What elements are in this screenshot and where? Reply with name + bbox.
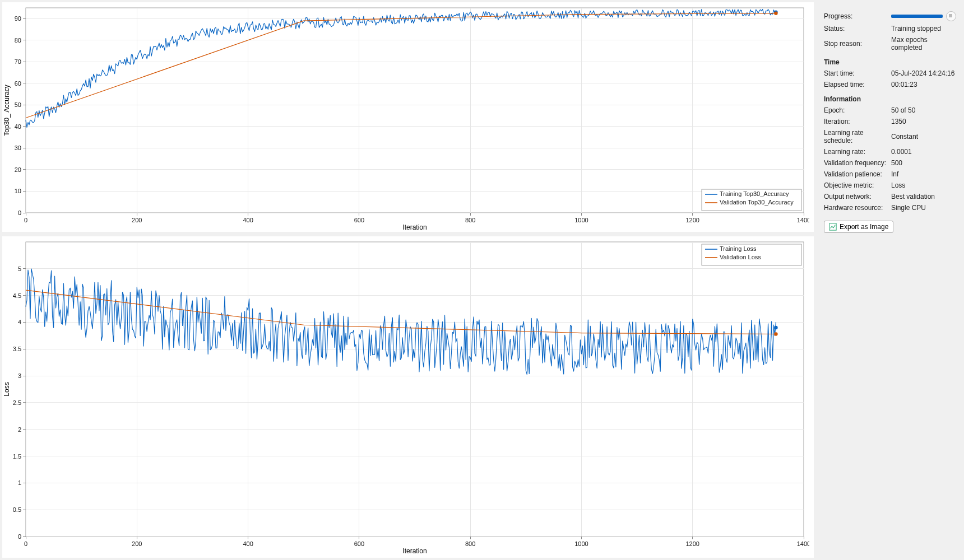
obj-metric-label: Objective metric: [824,181,891,189]
svg-text:40: 40 [15,123,21,130]
lr-row: Learning rate: 0.0001 [824,148,956,156]
stop-icon[interactable] [946,11,956,21]
svg-text:1200: 1200 [685,217,699,223]
stop-reason-value: Max epochs completed [891,36,956,52]
export-button[interactable]: Export as Image [824,221,893,233]
val-patience-value: Inf [891,170,956,178]
lr-schedule-row: Learning rate schedule: Constant [824,129,956,144]
plot-column: 0102030405060708090020040060080010001200… [0,0,818,560]
svg-point-125 [774,332,777,335]
epoch-row: Epoch: 50 of 50 [824,106,956,114]
accuracy-chart: 0102030405060708090020040060080010001200… [2,2,809,232]
iteration-row: Iteration: 1350 [824,118,956,125]
stop-reason-label: Stop reason: [824,40,891,48]
out-net-value: Best validation [891,193,956,200]
start-time-value: 05-Jul-2024 14:24:16 [891,69,956,77]
hw-row: Hardware resource: Single CPU [824,204,956,212]
svg-text:30: 30 [15,144,21,151]
svg-text:600: 600 [354,217,364,223]
progress-label: Progress: [824,12,891,20]
svg-text:Training Top30_Accuracy: Training Top30_Accuracy [720,190,789,197]
svg-text:1400: 1400 [797,540,809,547]
val-patience-label: Validation patience: [824,170,891,178]
svg-text:Iteration: Iteration [402,223,427,231]
svg-text:80: 80 [15,37,21,44]
lr-label: Learning rate: [824,148,891,156]
svg-point-58 [774,11,777,15]
epoch-value: 50 of 50 [891,106,956,114]
svg-text:1: 1 [18,479,21,486]
svg-text:1200: 1200 [685,540,699,547]
svg-text:Loss: Loss [3,382,11,396]
svg-text:0: 0 [24,540,27,547]
svg-text:20: 20 [15,166,21,173]
hw-value: Single CPU [891,204,956,212]
lr-schedule-label: Learning rate schedule: [824,129,891,144]
hw-label: Hardware resource: [824,204,891,212]
svg-point-124 [774,326,777,329]
svg-text:1000: 1000 [574,540,588,547]
svg-text:Training Loss: Training Loss [720,245,757,252]
svg-rect-131 [829,223,836,230]
svg-text:200: 200 [132,217,142,223]
obj-metric-row: Objective metric: Loss [824,181,956,189]
svg-text:600: 600 [354,540,364,547]
export-label: Export as Image [840,223,888,231]
svg-text:60: 60 [15,80,21,87]
svg-text:0: 0 [24,217,27,223]
val-patience-row: Validation patience: Inf [824,170,956,178]
svg-text:70: 70 [15,58,21,65]
svg-text:4: 4 [18,319,21,325]
start-time-label: Start time: [824,69,891,77]
svg-text:Top30_ Accuracy: Top30_ Accuracy [3,85,11,136]
epoch-label: Epoch: [824,106,891,114]
lr-schedule-value: Constant [891,133,956,141]
start-time-row: Start time: 05-Jul-2024 14:24:16 [824,69,956,77]
svg-text:4.5: 4.5 [13,292,21,299]
loss-chart: 00.511.522.533.544.550200400600800100012… [2,236,809,556]
svg-text:2: 2 [18,426,21,433]
svg-text:200: 200 [132,540,142,547]
val-freq-label: Validation frequency: [824,159,891,167]
val-freq-row: Validation frequency: 500 [824,159,956,167]
svg-text:800: 800 [465,217,475,223]
svg-text:Iteration: Iteration [402,547,427,555]
svg-text:1000: 1000 [574,217,588,223]
elapsed-row: Elapsed time: 00:01:23 [824,81,956,88]
iteration-label: Iteration: [824,118,891,125]
svg-text:5: 5 [18,265,21,272]
val-freq-value: 500 [891,159,956,167]
elapsed-value: 00:01:23 [891,81,956,88]
svg-text:0: 0 [18,533,21,540]
accuracy-panel: 0102030405060708090020040060080010001200… [2,2,814,232]
app-root: 0102030405060708090020040060080010001200… [0,0,964,560]
out-net-row: Output network: Best validation [824,193,956,200]
svg-text:400: 400 [243,217,253,223]
time-header: Time [824,58,956,66]
out-net-label: Output network: [824,193,891,200]
svg-text:3: 3 [18,372,21,379]
svg-text:0.5: 0.5 [13,506,21,513]
status-value: Training stopped [891,25,956,32]
svg-text:Validation Loss: Validation Loss [720,254,761,260]
svg-text:3.5: 3.5 [13,346,21,352]
svg-text:Validation Top30_Accuracy: Validation Top30_Accuracy [720,199,794,206]
stop-reason-row: Stop reason: Max epochs completed [824,36,956,52]
svg-text:400: 400 [243,540,253,547]
iteration-value: 1350 [891,118,956,125]
svg-text:800: 800 [465,540,475,547]
obj-metric-value: Loss [891,181,956,189]
export-icon [829,223,837,231]
svg-text:1.5: 1.5 [13,453,21,460]
svg-text:90: 90 [15,15,21,22]
svg-text:1400: 1400 [797,217,809,223]
svg-text:50: 50 [15,101,21,108]
svg-text:10: 10 [15,188,21,194]
svg-text:2.5: 2.5 [13,399,21,406]
svg-text:0: 0 [18,209,21,216]
info-sidebar: Progress: Status: Training stopped Stop … [818,0,964,560]
info-header: Information [824,95,956,103]
status-row: Status: Training stopped [824,25,956,32]
svg-rect-0 [26,8,804,213]
progress-bar [891,15,943,18]
